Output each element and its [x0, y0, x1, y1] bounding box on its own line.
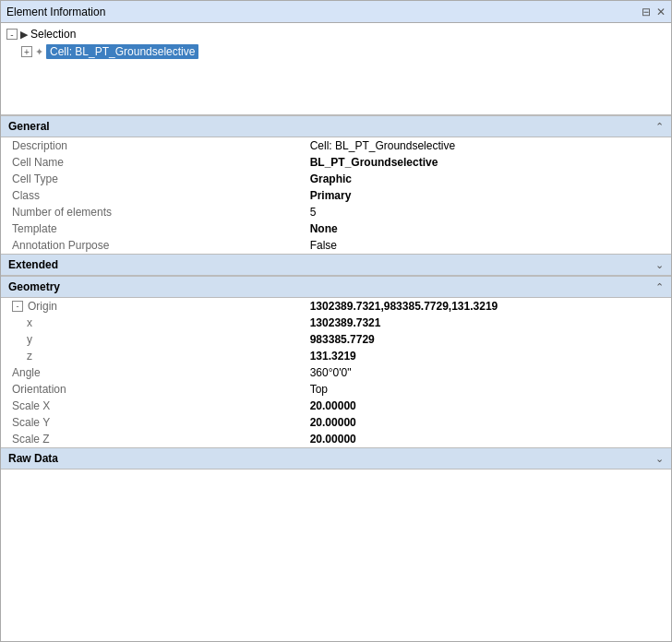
table-row: y 983385.7729: [1, 331, 671, 348]
table-row: Scale Y 20.00000: [1, 414, 671, 431]
extended-section-header[interactable]: Extended ⌄: [1, 254, 671, 276]
extended-chevron-icon: ⌄: [655, 259, 664, 271]
geometry-props-table: - Origin 1302389.7321,983385.7729,131.32…: [1, 298, 671, 447]
table-row: - Origin 1302389.7321,983385.7729,131.32…: [1, 298, 671, 315]
star-icon: ✦: [35, 46, 43, 58]
raw-data-section-header[interactable]: Raw Data ⌄: [1, 447, 671, 470]
table-row: Annotation Purpose False: [1, 237, 671, 254]
general-section-title: General: [8, 120, 50, 133]
angle-value: 360°0'0": [303, 364, 671, 381]
template-value: None: [303, 220, 671, 237]
table-row: Cell Name BL_PT_Groundselective: [1, 154, 671, 171]
scale-y-value: 20.00000: [303, 414, 671, 431]
tree-expand-root[interactable]: -: [6, 29, 18, 40]
tree-child-label[interactable]: Cell: BL_PT_Groundselective: [46, 44, 198, 59]
tree-expand-child[interactable]: +: [21, 46, 32, 57]
geometry-section-header[interactable]: Geometry ⌃: [1, 276, 671, 298]
general-section-header[interactable]: General ⌃: [1, 115, 671, 137]
annotation-value: False: [303, 237, 671, 254]
description-value: Cell: BL_PT_Groundselective: [303, 137, 671, 154]
table-row: Cell Type Graphic: [1, 171, 671, 187]
angle-label: Angle: [1, 364, 303, 381]
scale-y-label: Scale Y: [1, 414, 303, 431]
cell-type-label: Cell Type: [1, 171, 303, 187]
panel-title: Element Information: [6, 6, 105, 18]
tree-root-label: Selection: [30, 28, 76, 41]
tree-indent: + ✦ Cell: BL_PT_Groundselective: [6, 43, 666, 60]
num-elements-value: 5: [303, 204, 671, 220]
tree-child[interactable]: + ✦ Cell: BL_PT_Groundselective: [21, 43, 666, 60]
template-label: Template: [1, 220, 303, 237]
general-section-content: Description Cell: BL_PT_Groundselective …: [1, 137, 671, 254]
z-label: z: [1, 348, 303, 364]
geometry-section-title: Geometry: [8, 280, 60, 293]
general-chevron-icon: ⌃: [655, 121, 664, 133]
table-row: x 1302389.7321: [1, 315, 671, 331]
scale-z-label: Scale Z: [1, 431, 303, 447]
table-row: Orientation Top: [1, 381, 671, 398]
scale-x-label: Scale X: [1, 398, 303, 414]
annotation-label: Annotation Purpose: [1, 237, 303, 254]
table-row: Number of elements 5: [1, 204, 671, 220]
table-row: Description Cell: BL_PT_Groundselective: [1, 137, 671, 154]
z-value: 131.3219: [303, 348, 671, 364]
scrollable-content[interactable]: General ⌃ Description Cell: BL_PT_Ground…: [1, 115, 671, 641]
y-value: 983385.7729: [303, 331, 671, 348]
class-value: Primary: [303, 187, 671, 204]
orientation-value: Top: [303, 381, 671, 398]
element-information-panel: Element Information ⊟ ✕ - ▶ Selection + …: [0, 0, 672, 642]
title-bar: Element Information ⊟ ✕: [1, 1, 671, 23]
tree-area: - ▶ Selection + ✦ Cell: BL_PT_Groundsele…: [1, 23, 671, 115]
table-row: Template None: [1, 220, 671, 237]
close-icon[interactable]: ✕: [656, 6, 666, 18]
tree-root: - ▶ Selection: [6, 27, 666, 42]
x-value: 1302389.7321: [303, 315, 671, 331]
x-label: x: [1, 315, 303, 331]
raw-data-section-title: Raw Data: [8, 452, 58, 465]
title-bar-controls: ⊟ ✕: [642, 6, 666, 18]
title-bar-left: Element Information: [6, 6, 105, 18]
scale-z-value: 20.00000: [303, 431, 671, 447]
orientation-label: Orientation: [1, 381, 303, 398]
cell-name-value: BL_PT_Groundselective: [303, 154, 671, 171]
table-row: Scale X 20.00000: [1, 398, 671, 414]
raw-data-chevron-icon: ⌄: [655, 453, 664, 465]
description-label: Description: [1, 137, 303, 154]
scale-x-value: 20.00000: [303, 398, 671, 414]
y-label: y: [1, 331, 303, 348]
origin-label: - Origin: [1, 298, 137, 315]
general-props-table: Description Cell: BL_PT_Groundselective …: [1, 137, 671, 254]
cell-type-value: Graphic: [303, 171, 671, 187]
geometry-chevron-icon: ⌃: [655, 281, 664, 293]
origin-value: 1302389.7321,983385.7729,131.3219: [303, 298, 671, 315]
table-row: Angle 360°0'0": [1, 364, 671, 381]
pin-icon[interactable]: ⊟: [642, 6, 651, 18]
table-row: Scale Z 20.00000: [1, 431, 671, 447]
table-row: z 131.3219: [1, 348, 671, 364]
cell-name-label: Cell Name: [1, 154, 303, 171]
geometry-section-content: - Origin 1302389.7321,983385.7729,131.32…: [1, 298, 671, 447]
num-elements-label: Number of elements: [1, 204, 303, 220]
cursor-icon: ▶: [20, 29, 28, 41]
origin-expand-icon[interactable]: -: [12, 301, 23, 312]
extended-section-title: Extended: [8, 258, 58, 271]
class-label: Class: [1, 187, 303, 204]
table-row: Class Primary: [1, 187, 671, 204]
